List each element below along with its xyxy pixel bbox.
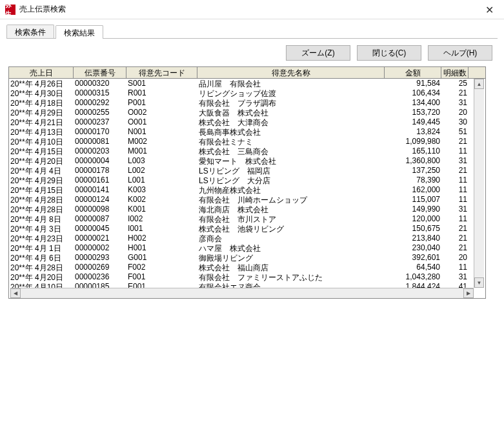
table-row[interactable]: 20**年 4月20日00000004L003愛知マート 株式会社1,360,8… — [9, 156, 485, 166]
cell-num: 00000315 — [74, 88, 126, 98]
vertical-scrollbar[interactable]: ▲ ▼ — [474, 79, 484, 288]
cell-count: 31 — [441, 98, 469, 108]
cell-name: 有限会社 川崎ホームショップ — [197, 195, 385, 205]
table-row[interactable]: 20**年 4月18日00000292P001有限会社 プラザ調布134,400… — [9, 98, 485, 108]
cell-name: 有限会社ミナミ — [197, 137, 385, 146]
table-row[interactable]: 20**年 4月10日00000081M002有限会社ミナミ1,099,9802… — [9, 137, 485, 146]
cell-date: 20**年 4月23日 — [9, 234, 74, 243]
scroll-up-icon[interactable]: ▲ — [474, 79, 484, 89]
cell-name: 愛知マート 株式会社 — [197, 156, 385, 166]
cell-num: 00000161 — [74, 175, 126, 185]
cell-num: 00000098 — [74, 205, 126, 214]
cell-num: 00000236 — [74, 272, 126, 282]
table-row[interactable]: 20**年 4月28日00000269F002株式会社 福山商店64,54011 — [9, 263, 485, 272]
cell-amount: 150,675 — [385, 224, 441, 234]
cell-count: 31 — [441, 205, 469, 214]
scroll-left-icon[interactable]: ◀ — [10, 288, 21, 298]
table-row[interactable]: 20**年 4月 4日00000178L002LSリビング 福岡店137,250… — [9, 166, 485, 175]
cell-date: 20**年 4月15日 — [9, 185, 74, 195]
cell-date: 20**年 4月28日 — [9, 205, 74, 214]
cell-date: 20**年 4月30日 — [9, 88, 74, 98]
cell-name: 株式会社 三島商会 — [197, 146, 385, 156]
cell-num: 00000004 — [74, 156, 126, 166]
titlebar[interactable]: 弥生 売上伝票検索 ✕ — [0, 0, 504, 19]
scroll-down-icon[interactable]: ▼ — [474, 277, 484, 288]
header-count[interactable]: 明細数 — [441, 67, 469, 78]
table-row[interactable]: 20**年 4月 8日00000087I002有限会社 市川ストア120,000… — [9, 214, 485, 224]
cell-num: 00000141 — [74, 185, 126, 195]
tab-search-results[interactable]: 検索結果 — [55, 25, 103, 39]
results-grid[interactable]: 売上日 伝票番号 得意先コード 得意先名称 金額 明細数 20**年 4月26日… — [8, 66, 486, 299]
cell-count: 20 — [441, 253, 469, 263]
cell-name: リビングショップ佐渡 — [197, 88, 385, 98]
cell-code: F001 — [126, 272, 197, 282]
close-button[interactable]: 閉じる(C) — [357, 45, 421, 61]
cell-name: 彦商会 — [197, 234, 385, 243]
cell-amount: 137,250 — [385, 166, 441, 175]
cell-code: L001 — [126, 175, 197, 185]
cell-count: 21 — [441, 166, 469, 175]
table-row[interactable]: 20**年 4月21日00000237O001株式会社 大津商会149,4453… — [9, 117, 485, 127]
table-row[interactable]: 20**年 4月20日00000236F001有限会社 ファミリーストアふじた1… — [9, 272, 485, 282]
cell-code: H001 — [126, 243, 197, 253]
header-number[interactable]: 伝票番号 — [74, 67, 126, 78]
table-row[interactable]: 20**年 4月15日00000141K003九州物産株式会社162,00011 — [9, 185, 485, 195]
cell-name: 大阪食器 株式会社 — [197, 108, 385, 117]
cell-date: 20**年 4月18日 — [9, 98, 74, 108]
cell-count: 21 — [441, 234, 469, 243]
cell-date: 20**年 4月 3日 — [9, 224, 74, 234]
scroll-track[interactable] — [474, 89, 484, 277]
cell-code: S001 — [126, 79, 197, 88]
table-row[interactable]: 20**年 4月13日00000170N001長島商事株式会社13,82451 — [9, 127, 485, 137]
header-code[interactable]: 得意先コード — [126, 67, 197, 78]
scroll-right-icon[interactable]: ▶ — [463, 288, 474, 298]
cell-name: LSリビング 福岡店 — [197, 166, 385, 175]
cell-code: L003 — [126, 156, 197, 166]
cell-num: 00000087 — [74, 214, 126, 224]
header-name[interactable]: 得意先名称 — [197, 67, 385, 78]
table-row[interactable]: 20**年 4月23日00000021H002彦商会213,84021 — [9, 234, 485, 243]
cell-amount: 120,000 — [385, 214, 441, 224]
table-row[interactable]: 20**年 4月29日00000161L001LSリビング 大分店78,3901… — [9, 175, 485, 185]
cell-code: G001 — [126, 253, 197, 263]
table-row[interactable]: 20**年 4月28日00000124K002有限会社 川崎ホームショップ115… — [9, 195, 485, 205]
cell-count: 31 — [441, 272, 469, 282]
cell-date: 20**年 4月 8日 — [9, 214, 74, 224]
zoom-button[interactable]: ズーム(Z) — [286, 45, 350, 61]
header-amount[interactable]: 金額 — [385, 67, 441, 78]
cell-count: 21 — [441, 224, 469, 234]
cell-count: 21 — [441, 88, 469, 98]
table-row[interactable]: 20**年 4月29日00000255O002大阪食器 株式会社153,7202… — [9, 108, 485, 117]
table-row[interactable]: 20**年 4月 6日00000293G001御殿場リビング392,60120 — [9, 253, 485, 263]
cell-amount: 1,360,800 — [385, 156, 441, 166]
cell-count: 11 — [441, 146, 469, 156]
horizontal-scrollbar[interactable]: ◀ ▶ — [10, 288, 474, 298]
cell-amount: 64,540 — [385, 263, 441, 272]
cell-date: 20**年 4月28日 — [9, 263, 74, 272]
table-row[interactable]: 20**年 4月15日00000203M001株式会社 三島商会165,1101… — [9, 146, 485, 156]
cell-num: 00000269 — [74, 263, 126, 272]
cell-amount: 149,445 — [385, 117, 441, 127]
cell-name: 有限会社 ファミリーストアふじた — [197, 272, 385, 282]
cell-name: 海北商店 株式会社 — [197, 205, 385, 214]
table-row[interactable]: 20**年 4月 3日00000045I001株式会社 池袋リビング150,67… — [9, 224, 485, 234]
button-row: ズーム(Z) 閉じる(C) ヘルプ(H) — [6, 45, 498, 61]
table-row[interactable]: 20**年 4月26日00000320S001品川屋 有限会社91,58425 — [9, 79, 485, 88]
tab-search-conditions[interactable]: 検索条件 — [6, 25, 54, 38]
cell-date: 20**年 4月29日 — [9, 175, 74, 185]
cell-num: 00000021 — [74, 234, 126, 243]
table-row[interactable]: 20**年 4月28日00000098K001海北商店 株式会社149,9903… — [9, 205, 485, 214]
table-row[interactable]: 20**年 4月 1日00000002H001ハマ屋 株式会社230,04021 — [9, 243, 485, 253]
table-row[interactable]: 20**年 4月30日00000315R001リビングショップ佐渡106,434… — [9, 88, 485, 98]
cell-code: I001 — [126, 224, 197, 234]
cell-count: 30 — [441, 117, 469, 127]
header-date[interactable]: 売上日 — [9, 67, 74, 78]
table-body: 20**年 4月26日00000320S001品川屋 有限会社91,584252… — [9, 79, 485, 292]
scroll-track[interactable] — [21, 288, 463, 298]
cell-num: 00000292 — [74, 98, 126, 108]
close-icon[interactable]: ✕ — [475, 0, 504, 19]
cell-code: N001 — [126, 127, 197, 137]
cell-num: 00000255 — [74, 108, 126, 117]
help-button[interactable]: ヘルプ(H) — [428, 45, 492, 61]
cell-num: 00000178 — [74, 166, 126, 175]
